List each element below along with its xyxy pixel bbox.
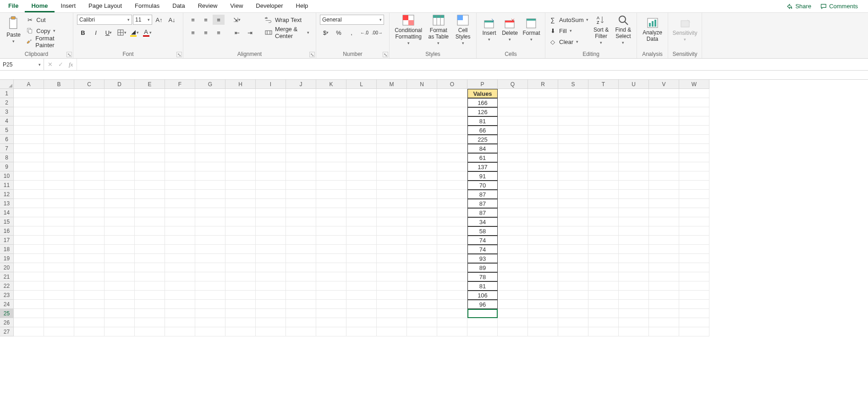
format-cells-button[interactable]: Format▾ xyxy=(522,15,541,45)
share-button[interactable]: Share xyxy=(782,1,816,11)
cell[interactable] xyxy=(346,263,377,272)
cell[interactable] xyxy=(437,245,467,254)
cell[interactable] xyxy=(498,254,528,263)
cell[interactable] xyxy=(74,135,104,144)
cell[interactable] xyxy=(619,217,649,226)
cell[interactable] xyxy=(467,309,498,318)
cell[interactable] xyxy=(195,272,225,281)
cell[interactable] xyxy=(225,254,256,263)
row-header[interactable]: 5 xyxy=(0,126,14,135)
cell[interactable] xyxy=(528,208,558,217)
cell[interactable]: 87 xyxy=(467,199,498,208)
cell[interactable] xyxy=(407,135,437,144)
cell[interactable] xyxy=(437,263,467,272)
cell[interactable] xyxy=(679,327,709,336)
cell[interactable] xyxy=(316,162,346,171)
cell[interactable] xyxy=(437,199,467,208)
cell[interactable]: 70 xyxy=(467,181,498,190)
cell[interactable] xyxy=(225,318,256,327)
cell[interactable] xyxy=(558,190,588,199)
merge-center-button[interactable]: Merge & Center ▾ xyxy=(262,28,312,38)
cell[interactable] xyxy=(104,89,135,98)
cell[interactable] xyxy=(225,199,256,208)
cell[interactable] xyxy=(619,190,649,199)
cell[interactable] xyxy=(498,217,528,226)
comma-button[interactable]: , xyxy=(346,28,357,38)
column-header[interactable]: J xyxy=(286,80,316,89)
cell[interactable] xyxy=(407,245,437,254)
cell[interactable] xyxy=(135,116,165,126)
cell[interactable] xyxy=(377,327,407,336)
cell[interactable] xyxy=(346,135,377,144)
cell[interactable] xyxy=(437,153,467,162)
clipboard-launcher[interactable]: ⤡ xyxy=(66,52,72,57)
sort-filter-button[interactable]: AZ Sort & Filter▾ xyxy=(591,15,610,45)
cell[interactable] xyxy=(286,126,316,135)
cell[interactable] xyxy=(14,236,44,245)
cell[interactable] xyxy=(437,171,467,181)
cell[interactable] xyxy=(377,300,407,309)
cell[interactable] xyxy=(225,144,256,153)
cell[interactable] xyxy=(437,107,467,116)
cell[interactable] xyxy=(225,190,256,199)
cell[interactable] xyxy=(498,190,528,199)
cell[interactable] xyxy=(558,162,588,171)
cell[interactable] xyxy=(256,318,286,327)
cell[interactable] xyxy=(619,181,649,190)
cell[interactable] xyxy=(346,254,377,263)
cell[interactable] xyxy=(104,226,135,236)
cell[interactable] xyxy=(558,254,588,263)
currency-button[interactable]: $▾ xyxy=(320,28,332,38)
cell[interactable] xyxy=(649,263,679,272)
cell[interactable] xyxy=(407,309,437,318)
cell[interactable] xyxy=(256,309,286,318)
cell[interactable] xyxy=(528,171,558,181)
cell[interactable] xyxy=(104,281,135,291)
row-header[interactable]: 2 xyxy=(0,98,14,107)
cell[interactable] xyxy=(14,281,44,291)
cell[interactable] xyxy=(286,107,316,116)
cell[interactable] xyxy=(74,89,104,98)
cell[interactable] xyxy=(165,153,195,162)
cell[interactable] xyxy=(316,199,346,208)
percent-button[interactable]: % xyxy=(333,28,345,38)
cell[interactable] xyxy=(286,226,316,236)
cell[interactable] xyxy=(316,135,346,144)
cell[interactable] xyxy=(256,116,286,126)
cell[interactable] xyxy=(498,135,528,144)
cancel-formula-button[interactable]: ✕ xyxy=(48,61,53,68)
cell[interactable] xyxy=(437,254,467,263)
cell[interactable] xyxy=(44,291,74,300)
cell[interactable] xyxy=(74,236,104,245)
cell[interactable] xyxy=(104,126,135,135)
cell[interactable] xyxy=(195,153,225,162)
cut-button[interactable]: ✂ Cut xyxy=(26,15,69,25)
cell[interactable] xyxy=(135,309,165,318)
cell[interactable] xyxy=(44,208,74,217)
cell[interactable]: 166 xyxy=(467,98,498,107)
align-left-button[interactable]: ≡ xyxy=(187,28,199,38)
cell[interactable] xyxy=(74,300,104,309)
cell[interactable] xyxy=(498,208,528,217)
cell[interactable] xyxy=(44,217,74,226)
cell[interactable] xyxy=(679,291,709,300)
cell[interactable] xyxy=(165,291,195,300)
cell[interactable] xyxy=(528,135,558,144)
cell[interactable] xyxy=(528,281,558,291)
column-header[interactable]: U xyxy=(619,80,649,89)
cell[interactable] xyxy=(619,236,649,245)
name-box[interactable]: P25 ▾ xyxy=(0,59,44,70)
column-header[interactable]: L xyxy=(346,80,377,89)
cell[interactable] xyxy=(316,245,346,254)
cell[interactable] xyxy=(225,135,256,144)
row-header[interactable]: 6 xyxy=(0,135,14,144)
cell[interactable] xyxy=(619,135,649,144)
cell[interactable] xyxy=(74,327,104,336)
italic-button[interactable]: I xyxy=(90,28,102,38)
cell[interactable] xyxy=(498,327,528,336)
cell[interactable] xyxy=(286,236,316,245)
cell[interactable] xyxy=(679,300,709,309)
cell[interactable] xyxy=(649,135,679,144)
cell[interactable] xyxy=(498,245,528,254)
cell[interactable] xyxy=(528,89,558,98)
